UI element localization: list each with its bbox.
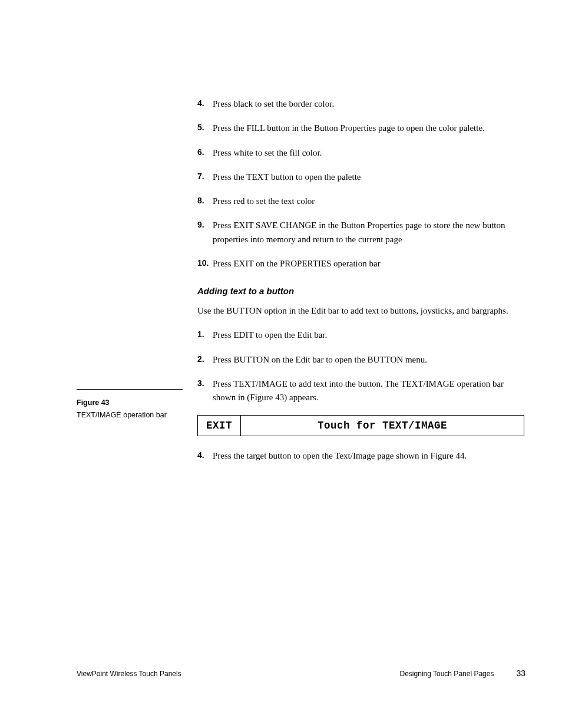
step-text: Press white to set the fill color. (213, 146, 524, 160)
step-10: 10. Press EXIT on the PROPERTIES operati… (197, 257, 524, 271)
step-number: 9. (197, 219, 213, 246)
step-text: Press the TEXT button to open the palett… (213, 170, 524, 184)
page-number: 33 (516, 668, 525, 678)
step-number: 5. (197, 121, 213, 135)
step-text: Press red to set the text color (213, 195, 524, 208)
step-number: 4. (197, 97, 213, 111)
main-content: 4. Press black to set the border color. … (197, 97, 524, 474)
figure-caption-sidebar: Figure 43 TEXT/IMAGE operation bar (77, 389, 183, 422)
step-1: 1. Press EDIT to open the Edit bar. (197, 328, 524, 342)
step-text: Press black to set the border color. (213, 97, 524, 111)
intro-paragraph: Use the BUTTON option in the Edit bar to… (197, 304, 524, 318)
step-7: 7. Press the TEXT button to open the pal… (197, 170, 524, 184)
step-number: 6. (197, 146, 213, 160)
figure-label: Figure 43 (77, 397, 183, 409)
step-4: 4. Press black to set the border color. (197, 97, 524, 111)
exit-button[interactable]: EXIT (198, 416, 241, 436)
step-5: 5. Press the FILL button in the Button P… (197, 121, 524, 135)
step-number: 7. (197, 170, 213, 184)
step-text: Press EDIT to open the Edit bar. (213, 328, 524, 342)
step-text: Press EXIT SAVE CHANGE in the Button Pro… (213, 219, 524, 246)
step-text: Press TEXT/IMAGE to add text into the bu… (213, 377, 524, 405)
step-4b: 4. Press the target button to open the T… (197, 449, 524, 463)
step-number: 4. (197, 449, 213, 463)
step-2: 2. Press BUTTON on the Edit bar to open … (197, 353, 524, 367)
step-text: Press the target button to open the Text… (213, 449, 524, 463)
step-9: 9. Press EXIT SAVE CHANGE in the Button … (197, 219, 524, 246)
step-number: 10. (197, 257, 213, 271)
step-8: 8. Press red to set the text color (197, 195, 524, 208)
step-text: Press BUTTON on the Edit bar to open the… (213, 353, 524, 367)
step-number: 2. (197, 353, 213, 367)
step-text: Press EXIT on the PROPERTIES operation b… (213, 257, 524, 271)
step-number: 8. (197, 195, 213, 208)
step-text: Press the FILL button in the Button Prop… (213, 121, 524, 135)
page-footer: ViewPoint Wireless Touch Panels Designin… (77, 668, 525, 678)
figure-caption: TEXT/IMAGE operation bar (77, 409, 183, 421)
step-number: 1. (197, 328, 213, 342)
section-heading: Adding text to a button (197, 286, 524, 296)
step-3: 3. Press TEXT/IMAGE to add text into the… (197, 377, 524, 405)
step-number: 3. (197, 377, 213, 405)
step-6: 6. Press white to set the fill color. (197, 146, 524, 160)
footer-right: Designing Touch Panel Pages (400, 670, 494, 678)
touch-for-text-image[interactable]: Touch for TEXT/IMAGE (241, 416, 524, 436)
text-image-operation-bar: EXIT Touch for TEXT/IMAGE (197, 415, 524, 436)
footer-left: ViewPoint Wireless Touch Panels (77, 670, 181, 678)
